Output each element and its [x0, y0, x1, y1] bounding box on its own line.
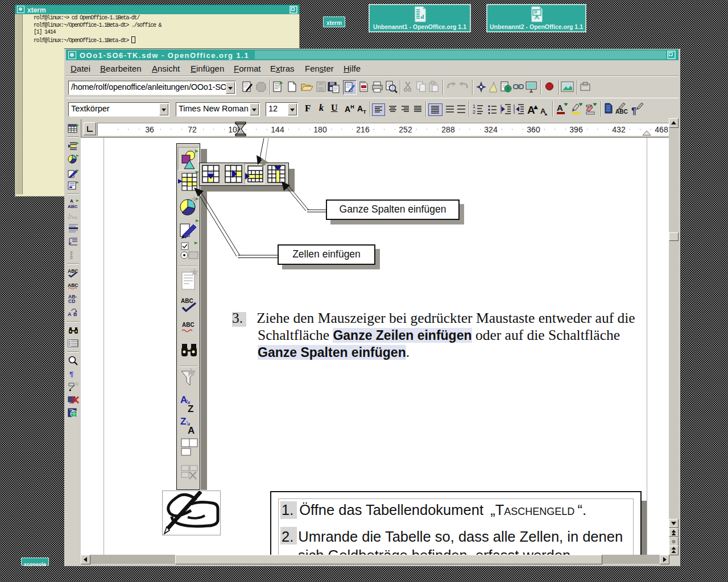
svg-text:A: A [557, 103, 563, 113]
svg-text:A: A [68, 311, 72, 317]
svg-text:ABC: ABC [68, 204, 78, 209]
svg-text:ABC: ABC [615, 109, 628, 115]
svg-text:A: A [70, 198, 73, 203]
svg-text:CD: CD [68, 298, 75, 304]
svg-text:A: A [527, 104, 535, 115]
svg-text:INS: INS [72, 216, 77, 219]
svg-text:A: A [540, 107, 546, 115]
svg-text:2: 2 [473, 109, 475, 115]
svg-text:¶: ¶ [631, 106, 636, 116]
svg-text:ABC: ABC [68, 282, 78, 288]
svg-text:1: 1 [473, 103, 475, 109]
svg-text:¶: ¶ [69, 370, 73, 377]
svg-text:B: B [73, 311, 77, 317]
